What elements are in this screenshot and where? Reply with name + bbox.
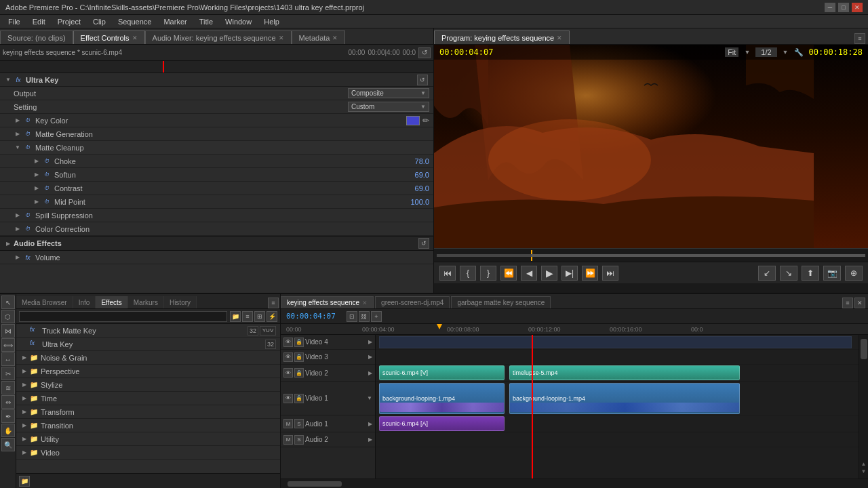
slip-tool[interactable]: ≋ [1, 381, 15, 394]
matte-cleanup-row[interactable]: ⏱ Matte Cleanup [0, 141, 433, 155]
noise-grain-folder[interactable]: 📁 Noise & Grain [16, 351, 280, 365]
hand-tool[interactable]: ✋ [1, 424, 15, 437]
tab-effects[interactable]: Effects [96, 296, 127, 308]
lift-button[interactable]: ⬆ [802, 266, 819, 281]
key-color-swatch[interactable] [406, 116, 420, 125]
list-view-button[interactable]: ≡ [242, 311, 253, 322]
utility-folder[interactable]: 📁 Utility [16, 432, 280, 446]
add-button[interactable]: ⊕ [845, 266, 863, 281]
video2-eye[interactable]: 👁 [283, 368, 293, 378]
rolling-edit-tool[interactable]: ⟺ [1, 338, 15, 352]
ripple-edit-tool[interactable]: ⋈ [1, 324, 15, 338]
zoom-down-icon[interactable]: ▼ [861, 468, 867, 474]
tab-metadata-close[interactable]: ✕ [332, 35, 338, 41]
output-dropdown[interactable]: Composite ▼ [348, 88, 429, 98]
menu-window[interactable]: Window [220, 16, 257, 27]
new-folder-button[interactable]: 📁 [19, 476, 30, 487]
video2-lock[interactable]: 🔒 [294, 368, 304, 378]
accelerate-button[interactable]: ⚡ [267, 311, 277, 322]
video2-clip-2[interactable]: timelupse-5.mp4 [509, 365, 740, 380]
go-to-prev-edit-button[interactable]: ⏪ [500, 266, 517, 281]
audio1-expand[interactable]: ▶ [368, 421, 372, 427]
zoom-tool[interactable]: 🔍 [1, 438, 15, 451]
menu-sequence[interactable]: Sequence [113, 16, 157, 27]
video4-expand[interactable]: ▶ [368, 339, 372, 345]
step-back-button[interactable]: ◀ [521, 266, 537, 281]
media-panel-menu[interactable]: ≡ [268, 298, 279, 308]
tab-program-close[interactable]: ✕ [557, 35, 562, 41]
video4-eye[interactable]: 👁 [283, 338, 293, 347]
new-bin-button[interactable]: 📁 [230, 311, 241, 322]
volume-row[interactable]: fx Volume [0, 251, 433, 264]
tab-audio-mixer-close[interactable]: ✕ [279, 35, 284, 41]
tab-audio-mixer[interactable]: Audio Mixer: keying effects sequence ✕ [145, 30, 292, 44]
tab-metadata[interactable]: Metadata ✕ [292, 30, 346, 44]
ec-reset-button[interactable]: ↺ [418, 47, 431, 58]
eyedropper-icon[interactable]: ✏ [422, 116, 429, 125]
go-to-out-button[interactable]: ⏭ [602, 266, 618, 281]
timeline-close-button[interactable]: ✕ [854, 298, 865, 308]
go-to-next-edit-button[interactable]: ⏩ [582, 266, 598, 281]
stylize-folder[interactable]: 📁 Stylize [16, 378, 280, 392]
minimize-button[interactable]: ─ [825, 3, 835, 12]
tab-timeline-garbage[interactable]: garbage matte key sequence [451, 296, 551, 308]
rate-stretch-tool[interactable]: ↔ [1, 352, 15, 366]
audio2-expand[interactable]: ▶ [368, 436, 372, 443]
menu-marker[interactable]: Marker [158, 16, 192, 27]
timeline-right-scrollbar[interactable]: ▲ ▼ [859, 335, 868, 479]
menu-project[interactable]: Project [52, 16, 86, 27]
video1-clip-1[interactable]: background-looping-1.mp4 [379, 383, 505, 414]
step-forward-button[interactable]: ▶| [561, 266, 578, 281]
set-in-button[interactable]: { [460, 266, 476, 281]
set-out-button[interactable]: } [480, 266, 496, 281]
tab-info[interactable]: Info [73, 296, 96, 308]
truck-matte-key-item[interactable]: fx Truck Matte Key 32 YUV [16, 324, 280, 338]
slide-tool[interactable]: ⇔ [1, 395, 15, 409]
ultra-key-header[interactable]: fx Ultra Key ↺ [0, 73, 433, 87]
choke-value[interactable]: 78.0 [395, 157, 429, 165]
tab-program[interactable]: Program: keying effects sequence ✕ [434, 30, 570, 44]
tab-source[interactable]: Source: (no clips) [0, 30, 73, 44]
transition-folder[interactable]: 📁 Transition [16, 419, 280, 432]
ultra-key-item[interactable]: fx Ultra Key 32 [16, 338, 280, 351]
video4-clip-bar[interactable] [379, 336, 852, 348]
spill-suppression-row[interactable]: ⏱ Spill Suppression [0, 209, 433, 222]
pen-tool[interactable]: ✒ [1, 409, 15, 423]
transform-folder[interactable]: 📁 Transform [16, 405, 280, 419]
timeline-settings-button[interactable]: ≡ [842, 298, 853, 308]
midpoint-value[interactable]: 100.0 [395, 198, 429, 206]
insert-button[interactable]: ↙ [758, 266, 776, 281]
timeline-linked-button[interactable]: ⛓ [359, 311, 370, 322]
video3-expand[interactable]: ▶ [368, 354, 372, 360]
video2-expand[interactable]: ▶ [368, 370, 372, 376]
menu-title[interactable]: Title [194, 16, 218, 27]
video2-clip-1[interactable]: scunic-6.mp4 [V] [379, 365, 505, 380]
video3-lock[interactable]: 🔒 [294, 352, 304, 362]
tab-media-browser[interactable]: Media Browser [16, 296, 73, 308]
razor-tool[interactable]: ✂ [1, 367, 15, 380]
zoom-up-icon[interactable]: ▲ [861, 461, 867, 467]
tab-effect-controls-close[interactable]: ✕ [132, 35, 138, 41]
audio1-mute[interactable]: M [283, 419, 293, 428]
tab-timeline-dj[interactable]: green-screen-dj.mp4 [375, 296, 450, 308]
program-panel-menu[interactable]: ≡ [854, 33, 865, 44]
export-frame-button[interactable]: 📷 [823, 266, 841, 281]
video3-eye[interactable]: 👁 [283, 352, 293, 362]
video1-lock[interactable]: 🔒 [294, 394, 304, 403]
softun-value[interactable]: 69.0 [395, 171, 429, 179]
time-folder[interactable]: 📁 Time [16, 392, 280, 405]
menu-help[interactable]: Help [258, 16, 285, 27]
menu-file[interactable]: File [3, 16, 26, 27]
tab-history[interactable]: History [164, 296, 197, 308]
matte-generation-row[interactable]: ⏱ Matte Generation [0, 127, 433, 141]
video1-eye[interactable]: 👁 [283, 394, 293, 403]
timeline-snap-button[interactable]: ⊡ [347, 311, 357, 322]
track-select-tool[interactable]: ⬡ [1, 310, 15, 323]
monitor-fit-label[interactable]: Fit [725, 47, 738, 57]
video4-lock[interactable]: 🔒 [294, 338, 304, 347]
tab-markurs[interactable]: Markurs [128, 296, 164, 308]
maximize-button[interactable]: □ [838, 3, 849, 12]
color-correction-row[interactable]: ⏱ Color Correction [0, 222, 433, 236]
video1-clip-2[interactable]: background-looping-1.mp4 [509, 383, 740, 414]
audio2-mute[interactable]: M [283, 435, 293, 445]
